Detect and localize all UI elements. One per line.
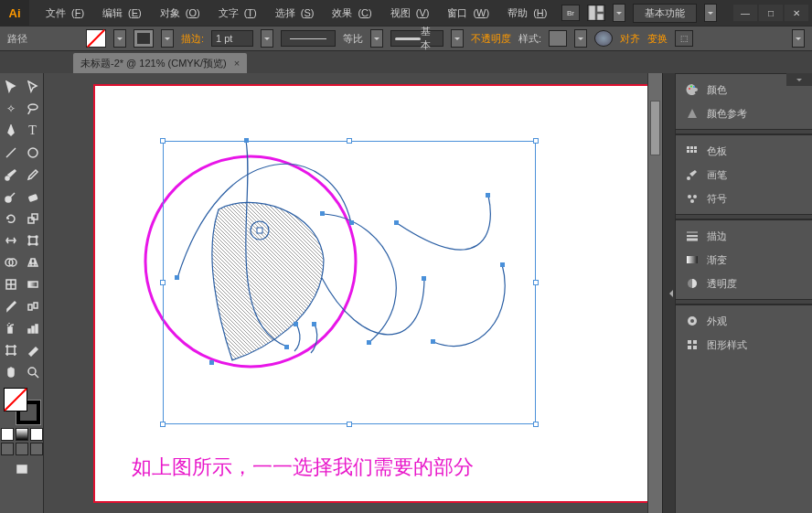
- panel-color-guide[interactable]: 颜色参考: [676, 102, 812, 125]
- symbol-sprayer-tool[interactable]: [1, 318, 21, 338]
- tools-panel-menu[interactable]: [786, 73, 812, 86]
- opacity-label[interactable]: 不透明度: [471, 32, 511, 46]
- arrange-dropdown[interactable]: [613, 4, 625, 22]
- shape-builder-tool[interactable]: [1, 252, 21, 273]
- brush-dropdown[interactable]: [451, 29, 464, 48]
- menu-file[interactable]: 文件(F): [35, 3, 90, 24]
- style-thumb[interactable]: [549, 30, 567, 47]
- panel-stroke[interactable]: 描边: [676, 224, 812, 248]
- panel-brushes[interactable]: 画笔: [676, 163, 812, 187]
- eraser-tool[interactable]: [23, 187, 43, 207]
- workspace-switcher[interactable]: 基本功能: [633, 4, 697, 23]
- svg-rect-21: [34, 303, 37, 308]
- document-tab-title: 未标题-2* @ 121% (CMYK/预览): [80, 57, 227, 70]
- width-tool[interactable]: [1, 230, 21, 251]
- type-tool[interactable]: T: [23, 121, 43, 141]
- menu-effect[interactable]: 效果(C): [321, 3, 377, 24]
- panel-menu-dropdown[interactable]: [792, 29, 805, 48]
- pencil-tool[interactable]: [23, 165, 43, 185]
- svg-rect-25: [36, 325, 37, 333]
- svg-rect-53: [687, 150, 689, 153]
- svg-point-48: [690, 86, 692, 88]
- draw-behind[interactable]: [16, 443, 28, 455]
- hand-tool[interactable]: [1, 362, 21, 382]
- menu-select[interactable]: 选择(S): [264, 3, 320, 24]
- color-mode-row: [1, 428, 43, 441]
- pen-tool[interactable]: [1, 121, 21, 141]
- zoom-tool[interactable]: [23, 362, 43, 382]
- transform-label[interactable]: 变换: [647, 32, 668, 46]
- column-graph-tool[interactable]: [23, 318, 43, 338]
- tab-close-icon[interactable]: ×: [234, 58, 240, 69]
- vertical-scrollbar[interactable]: [647, 73, 662, 513]
- color-mode-solid[interactable]: [1, 428, 14, 441]
- line-tool[interactable]: [1, 143, 21, 163]
- panel-symbols[interactable]: 符号: [676, 187, 812, 210]
- dash-dropdown[interactable]: [370, 29, 383, 48]
- mesh-tool[interactable]: [1, 274, 21, 294]
- panel-transparency[interactable]: 透明度: [676, 272, 812, 295]
- menu-edit[interactable]: 编辑(E): [91, 3, 147, 24]
- perspective-grid-tool[interactable]: [23, 252, 43, 273]
- panel-graphic-styles[interactable]: 图形样式: [676, 333, 812, 357]
- close-button[interactable]: ✕: [785, 5, 808, 21]
- free-transform-tool[interactable]: [23, 230, 43, 251]
- menu-object[interactable]: 对象(O): [149, 3, 206, 24]
- svg-rect-63: [687, 256, 698, 263]
- menu-help[interactable]: 帮助(H): [497, 3, 552, 24]
- variable-width-profile[interactable]: [281, 30, 336, 47]
- direct-selection-tool[interactable]: [23, 77, 43, 97]
- canvas[interactable]: 如上图所示，一一选择我们需要的部分: [73, 73, 647, 513]
- panel-collapse-strip[interactable]: [662, 73, 675, 513]
- maximize-button[interactable]: □: [759, 5, 783, 21]
- blend-tool[interactable]: [23, 296, 43, 316]
- style-dropdown[interactable]: [574, 29, 587, 48]
- magic-wand-tool[interactable]: ✧: [1, 99, 21, 119]
- isolate-icon[interactable]: ⬚: [675, 30, 693, 47]
- fill-box[interactable]: [4, 388, 27, 411]
- workspace-dropdown[interactable]: [704, 4, 717, 22]
- menu-type[interactable]: 文字(T): [208, 3, 262, 24]
- ellipse-tool[interactable]: [23, 143, 43, 163]
- gradient-tool[interactable]: [23, 274, 43, 294]
- panel-label: 渐变: [707, 253, 727, 267]
- brush-definition[interactable]: 基本: [390, 30, 443, 47]
- menu-window[interactable]: 窗口(W): [436, 3, 495, 24]
- stroke-swatch[interactable]: [134, 29, 154, 48]
- eyedropper-tool[interactable]: [1, 296, 21, 316]
- color-mode-gradient[interactable]: [16, 428, 28, 441]
- draw-inside[interactable]: [30, 443, 43, 455]
- fill-stroke-indicator[interactable]: [4, 388, 40, 424]
- rotate-tool[interactable]: [1, 208, 21, 229]
- recolor-icon[interactable]: [594, 30, 613, 47]
- panel-swatches[interactable]: 色板: [676, 139, 812, 163]
- stroke-dropdown[interactable]: [161, 29, 174, 48]
- minimize-button[interactable]: ―: [733, 5, 757, 21]
- stroke-weight-dropdown[interactable]: [261, 29, 273, 48]
- panel-appearance[interactable]: 外观: [676, 309, 812, 333]
- artboard-tool[interactable]: [1, 340, 21, 360]
- artboard[interactable]: 如上图所示，一一选择我们需要的部分: [93, 84, 647, 503]
- panel-label: 透明度: [707, 277, 737, 291]
- screen-mode-button[interactable]: [12, 459, 32, 479]
- selection-tool[interactable]: [1, 77, 21, 97]
- lasso-tool[interactable]: [23, 99, 43, 119]
- panel-gradient[interactable]: 渐变: [676, 248, 812, 272]
- selection-bounding-box[interactable]: [163, 141, 536, 424]
- align-label[interactable]: 对齐: [620, 32, 640, 46]
- color-mode-none[interactable]: [30, 428, 43, 441]
- menu-view[interactable]: 视图(V): [379, 3, 435, 24]
- blob-brush-tool[interactable]: [1, 187, 21, 207]
- scale-tool[interactable]: [23, 208, 43, 229]
- paintbrush-tool[interactable]: [1, 165, 21, 185]
- scrollbar-thumb[interactable]: [650, 101, 660, 155]
- bridge-icon[interactable]: Br: [561, 5, 580, 21]
- slice-tool[interactable]: [23, 340, 43, 360]
- draw-normal[interactable]: [1, 443, 14, 455]
- fill-dropdown[interactable]: [113, 29, 126, 48]
- document-tab[interactable]: 未标题-2* @ 121% (CMYK/预览) ×: [73, 53, 247, 73]
- stroke-weight-field[interactable]: 1 pt: [211, 30, 253, 47]
- arrange-documents-icon[interactable]: [587, 5, 605, 21]
- dash-profile-label: 等比: [343, 32, 363, 46]
- fill-swatch[interactable]: [86, 29, 106, 48]
